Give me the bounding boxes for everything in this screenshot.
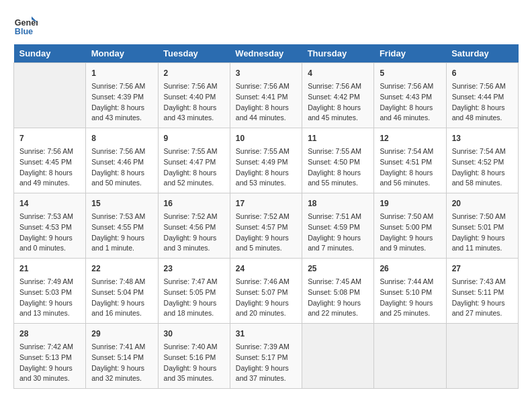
calendar-cell: 14Sunrise: 7:53 AM Sunset: 4:53 PM Dayli…	[14, 193, 86, 259]
day-number: 25	[308, 263, 368, 275]
calendar-cell	[374, 324, 446, 389]
calendar-cell: 30Sunrise: 7:40 AM Sunset: 5:16 PM Dayli…	[158, 324, 230, 389]
calendar-cell: 1Sunrise: 7:56 AM Sunset: 4:39 PM Daylig…	[86, 63, 158, 128]
calendar-cell: 16Sunrise: 7:52 AM Sunset: 4:56 PM Dayli…	[158, 193, 230, 259]
day-info: Sunrise: 7:55 AM Sunset: 4:49 PM Dayligh…	[236, 146, 296, 189]
weekday-header: Monday	[86, 44, 158, 63]
day-info: Sunrise: 7:56 AM Sunset: 4:39 PM Dayligh…	[91, 81, 152, 124]
day-number: 1	[91, 67, 152, 79]
calendar-cell	[302, 324, 374, 389]
day-info: Sunrise: 7:56 AM Sunset: 4:40 PM Dayligh…	[164, 81, 224, 124]
day-info: Sunrise: 7:48 AM Sunset: 5:04 PM Dayligh…	[91, 277, 152, 319]
calendar-cell: 3Sunrise: 7:56 AM Sunset: 4:41 PM Daylig…	[230, 63, 302, 128]
calendar-week-row: 7Sunrise: 7:56 AM Sunset: 4:45 PM Daylig…	[14, 128, 519, 193]
day-number: 26	[380, 263, 440, 275]
calendar-cell: 21Sunrise: 7:49 AM Sunset: 5:03 PM Dayli…	[14, 259, 86, 324]
day-number: 21	[19, 263, 80, 275]
day-info: Sunrise: 7:54 AM Sunset: 4:52 PM Dayligh…	[452, 146, 513, 189]
day-info: Sunrise: 7:52 AM Sunset: 4:56 PM Dayligh…	[164, 212, 224, 254]
calendar-week-row: 28Sunrise: 7:42 AM Sunset: 5:13 PM Dayli…	[14, 324, 519, 389]
calendar-cell: 26Sunrise: 7:44 AM Sunset: 5:10 PM Dayli…	[374, 259, 446, 324]
calendar-cell: 13Sunrise: 7:54 AM Sunset: 4:52 PM Dayli…	[446, 128, 518, 193]
day-info: Sunrise: 7:53 AM Sunset: 4:55 PM Dayligh…	[91, 212, 152, 254]
logo-icon: General Blue	[13, 13, 38, 38]
day-number: 24	[236, 263, 296, 275]
calendar-cell: 4Sunrise: 7:56 AM Sunset: 4:42 PM Daylig…	[302, 63, 374, 128]
day-info: Sunrise: 7:50 AM Sunset: 5:00 PM Dayligh…	[380, 212, 440, 254]
day-number: 13	[452, 132, 513, 144]
calendar-cell	[446, 324, 518, 389]
calendar-cell: 27Sunrise: 7:43 AM Sunset: 5:11 PM Dayli…	[446, 259, 518, 324]
day-number: 2	[164, 67, 224, 79]
day-number: 30	[164, 328, 224, 340]
day-number: 27	[452, 263, 513, 275]
calendar-cell: 9Sunrise: 7:55 AM Sunset: 4:47 PM Daylig…	[158, 128, 230, 193]
day-info: Sunrise: 7:53 AM Sunset: 4:53 PM Dayligh…	[19, 212, 80, 254]
weekday-header: Saturday	[446, 44, 518, 63]
calendar-week-row: 14Sunrise: 7:53 AM Sunset: 4:53 PM Dayli…	[14, 193, 519, 259]
logo: General Blue	[13, 13, 38, 38]
calendar-cell: 5Sunrise: 7:56 AM Sunset: 4:43 PM Daylig…	[374, 63, 446, 128]
weekday-header: Thursday	[302, 44, 374, 63]
svg-text:Blue: Blue	[15, 27, 33, 36]
weekday-header: Wednesday	[230, 44, 302, 63]
weekday-header: Sunday	[14, 44, 86, 63]
day-number: 8	[91, 132, 152, 144]
day-info: Sunrise: 7:54 AM Sunset: 4:51 PM Dayligh…	[380, 146, 440, 189]
day-number: 18	[308, 197, 368, 210]
day-info: Sunrise: 7:50 AM Sunset: 5:01 PM Dayligh…	[452, 212, 513, 254]
calendar-table: SundayMondayTuesdayWednesdayThursdayFrid…	[13, 44, 519, 389]
calendar-cell: 19Sunrise: 7:50 AM Sunset: 5:00 PM Dayli…	[374, 193, 446, 259]
day-info: Sunrise: 7:56 AM Sunset: 4:46 PM Dayligh…	[91, 146, 152, 189]
calendar-cell: 12Sunrise: 7:54 AM Sunset: 4:51 PM Dayli…	[374, 128, 446, 193]
day-info: Sunrise: 7:39 AM Sunset: 5:17 PM Dayligh…	[236, 342, 296, 384]
day-info: Sunrise: 7:43 AM Sunset: 5:11 PM Dayligh…	[452, 277, 513, 319]
calendar-cell	[14, 63, 86, 128]
day-number: 6	[452, 67, 513, 79]
day-number: 10	[236, 132, 296, 144]
calendar-cell: 23Sunrise: 7:47 AM Sunset: 5:05 PM Dayli…	[158, 259, 230, 324]
calendar-cell: 7Sunrise: 7:56 AM Sunset: 4:45 PM Daylig…	[14, 128, 86, 193]
calendar-cell: 17Sunrise: 7:52 AM Sunset: 4:57 PM Dayli…	[230, 193, 302, 259]
calendar-header: SundayMondayTuesdayWednesdayThursdayFrid…	[14, 44, 519, 63]
day-number: 11	[308, 132, 368, 144]
weekday-header: Friday	[374, 44, 446, 63]
day-number: 16	[164, 197, 224, 210]
calendar-cell: 15Sunrise: 7:53 AM Sunset: 4:55 PM Dayli…	[86, 193, 158, 259]
day-number: 14	[19, 197, 80, 210]
day-info: Sunrise: 7:56 AM Sunset: 4:45 PM Dayligh…	[19, 146, 80, 189]
day-number: 19	[380, 197, 440, 210]
day-number: 20	[452, 197, 513, 210]
calendar-cell: 22Sunrise: 7:48 AM Sunset: 5:04 PM Dayli…	[86, 259, 158, 324]
calendar-cell: 28Sunrise: 7:42 AM Sunset: 5:13 PM Dayli…	[14, 324, 86, 389]
page-header: General Blue	[13, 13, 519, 38]
calendar-cell: 18Sunrise: 7:51 AM Sunset: 4:59 PM Dayli…	[302, 193, 374, 259]
weekday-header: Tuesday	[158, 44, 230, 63]
day-info: Sunrise: 7:56 AM Sunset: 4:41 PM Dayligh…	[236, 81, 296, 124]
day-info: Sunrise: 7:49 AM Sunset: 5:03 PM Dayligh…	[19, 277, 80, 319]
day-number: 12	[380, 132, 440, 144]
day-info: Sunrise: 7:44 AM Sunset: 5:10 PM Dayligh…	[380, 277, 440, 319]
day-number: 3	[236, 67, 296, 79]
calendar-cell: 8Sunrise: 7:56 AM Sunset: 4:46 PM Daylig…	[86, 128, 158, 193]
day-number: 22	[91, 263, 152, 275]
day-number: 15	[91, 197, 152, 210]
day-number: 29	[91, 328, 152, 340]
day-info: Sunrise: 7:40 AM Sunset: 5:16 PM Dayligh…	[164, 342, 224, 384]
day-number: 9	[164, 132, 224, 144]
day-info: Sunrise: 7:56 AM Sunset: 4:44 PM Dayligh…	[452, 81, 513, 124]
calendar-cell: 6Sunrise: 7:56 AM Sunset: 4:44 PM Daylig…	[446, 63, 518, 128]
day-info: Sunrise: 7:41 AM Sunset: 5:14 PM Dayligh…	[91, 342, 152, 384]
calendar-cell: 29Sunrise: 7:41 AM Sunset: 5:14 PM Dayli…	[86, 324, 158, 389]
calendar-week-row: 21Sunrise: 7:49 AM Sunset: 5:03 PM Dayli…	[14, 259, 519, 324]
calendar-cell: 20Sunrise: 7:50 AM Sunset: 5:01 PM Dayli…	[446, 193, 518, 259]
day-info: Sunrise: 7:51 AM Sunset: 4:59 PM Dayligh…	[308, 212, 368, 254]
calendar-cell: 31Sunrise: 7:39 AM Sunset: 5:17 PM Dayli…	[230, 324, 302, 389]
day-number: 17	[236, 197, 296, 210]
day-info: Sunrise: 7:47 AM Sunset: 5:05 PM Dayligh…	[164, 277, 224, 319]
day-info: Sunrise: 7:56 AM Sunset: 4:42 PM Dayligh…	[308, 81, 368, 124]
calendar-cell: 25Sunrise: 7:45 AM Sunset: 5:08 PM Dayli…	[302, 259, 374, 324]
day-info: Sunrise: 7:46 AM Sunset: 5:07 PM Dayligh…	[236, 277, 296, 319]
calendar-cell: 11Sunrise: 7:55 AM Sunset: 4:50 PM Dayli…	[302, 128, 374, 193]
day-number: 23	[164, 263, 224, 275]
